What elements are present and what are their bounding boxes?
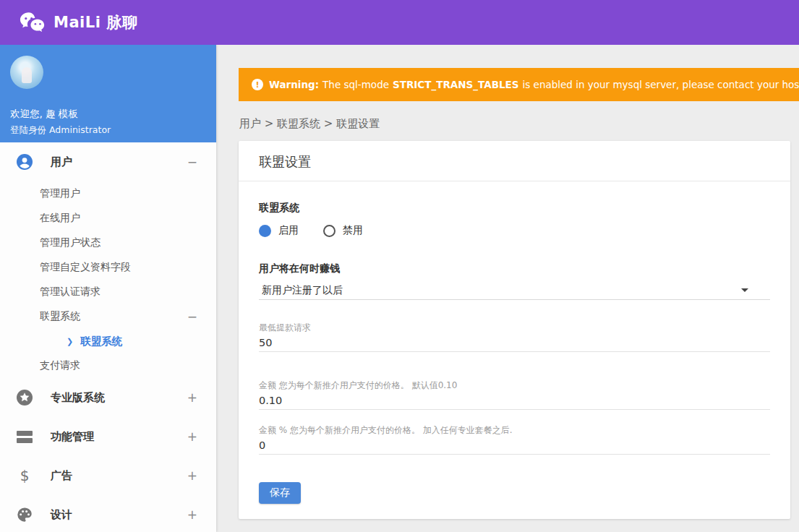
warning-text: is enabled in your mysql server, please … [523,79,799,90]
warning-sql-mode: STRICT_TRANS_TABLES [393,79,519,90]
sidebar-item-label: 管理自定义资料字段 [40,261,131,274]
avatar[interactable] [10,56,43,89]
login-role-text: 登陆身份 Administrator [10,124,202,137]
stacked-bars-icon [16,428,33,445]
amount-per-referral-label: 金额 您为每个新推介用户支付的价格。 默认值0.10 [259,379,770,391]
card-title: 联盟设置 [239,141,790,181]
profile-panel: 欢迎您, 趣 模板 登陆身份 Administrator [0,45,216,142]
sidebar-item-custom-fields[interactable]: 管理自定义资料字段 [0,255,216,280]
sidebar-item-label: 广告 [51,469,72,483]
chevron-right-icon: ❯ [67,337,73,346]
sidebar-item-online-users[interactable]: 在线用户 [0,206,216,231]
radio-disable-label[interactable]: 禁用 [343,224,363,237]
expand-toggle-icon[interactable]: + [187,429,197,444]
save-button[interactable]: 保存 [259,482,301,504]
user-circle-icon [16,153,33,171]
collapse-toggle-icon[interactable]: − [187,309,197,324]
warning-text: The sql-mode [322,79,389,90]
amount-per-referral-input[interactable] [259,391,770,410]
welcome-text: 欢迎您, 趣 模板 [10,108,202,121]
min-withdraw-input[interactable] [259,333,770,352]
dropdown-caret-icon [741,288,748,292]
sidebar-item-label: 联盟系统 [80,335,122,348]
expand-toggle-icon[interactable]: + [187,468,197,483]
sidebar-item-affiliate-settings-active[interactable]: ❯ 联盟系统 [0,329,216,353]
sidebar-item-verification-requests[interactable]: 管理认证请求 [0,280,216,304]
expand-toggle-icon[interactable]: + [187,390,197,405]
sidebar-item-payment-requests[interactable]: 支付请求 [0,353,216,378]
app-header: MaiLi 脉聊 [0,0,799,45]
warning-banner: ! Warning: The sql-mode STRICT_TRANS_TAB… [239,68,799,101]
percent-per-referral-input[interactable] [259,436,770,455]
collapse-toggle-icon[interactable]: − [187,155,197,169]
radio-disable[interactable] [323,225,336,237]
sidebar-item-label: 功能管理 [51,430,94,444]
sidebar-item-affiliate-system[interactable]: 联盟系统 − [0,304,216,329]
app-title: MaiLi 脉聊 [54,12,137,33]
affiliate-system-label: 联盟系统 [259,200,770,215]
sidebar-item-label: 支付请求 [40,359,80,372]
sidebar-item-design[interactable]: 设计 + [0,495,216,532]
sidebar-item-ads[interactable]: $ 广告 + [0,456,216,495]
sidebar-item-pro-system[interactable]: 专业版系统 + [0,378,216,417]
sidebar-item-user-status[interactable]: 管理用户状态 [0,231,216,255]
sidebar-item-manage-users[interactable]: 管理用户 [0,181,216,206]
sidebar-item-label: 用户 [51,155,72,169]
percent-per-referral-label: 金额 % 您为每个新推介用户支付的价格。 加入任何专业套餐之后. [259,424,770,436]
sidebar-item-label: 管理用户 [40,187,80,200]
sidebar-item-label: 联盟系统 [40,310,80,323]
sidebar-item-label: 专业版系统 [51,391,105,405]
min-withdraw-label: 最低提款请求 [259,322,770,333]
sidebar-item-label: 管理认证请求 [40,286,101,299]
radio-enable-label[interactable]: 启用 [278,224,299,237]
dollar-icon: $ [16,467,33,484]
wechat-logo-icon [19,11,46,34]
card-body: 联盟系统 启用 禁用 用户将在何时赚钱 新用户注册了以后 最低提款请求 [239,200,790,504]
warning-label: Warning: [269,79,319,90]
expand-toggle-icon[interactable]: + [187,507,197,522]
main-content: ! Warning: The sql-mode STRICT_TRANS_TAB… [217,45,799,532]
sidebar-item-label: 设计 [51,508,72,522]
sidebar: 欢迎您, 趣 模板 登陆身份 Administrator 用户 − 管理用户 在… [0,45,216,532]
sidebar-item-features[interactable]: 功能管理 + [0,417,216,456]
sidebar-item-label: 管理用户状态 [40,236,101,249]
sidebar-item-label: 在线用户 [40,212,80,225]
radio-enable[interactable] [259,225,271,237]
breadcrumb[interactable]: 用户 > 联盟系统 > 联盟设置 [239,117,380,131]
earn-when-label: 用户将在何时赚钱 [259,261,770,275]
star-circle-icon [16,389,33,406]
exclamation-circle-icon: ! [252,79,263,90]
earn-when-select[interactable]: 新用户注册了以后 [259,281,770,300]
sidebar-menu: 用户 − 管理用户 在线用户 管理用户状态 管理自定义资料字段 管理认证请求 联… [0,142,216,532]
earn-when-value: 新用户注册了以后 [259,284,343,297]
affiliate-settings-card: 联盟设置 联盟系统 启用 禁用 用户将在何时赚钱 新用户注册了以后 [239,141,790,519]
palette-icon [16,506,33,523]
sidebar-item-users[interactable]: 用户 − [0,142,216,181]
